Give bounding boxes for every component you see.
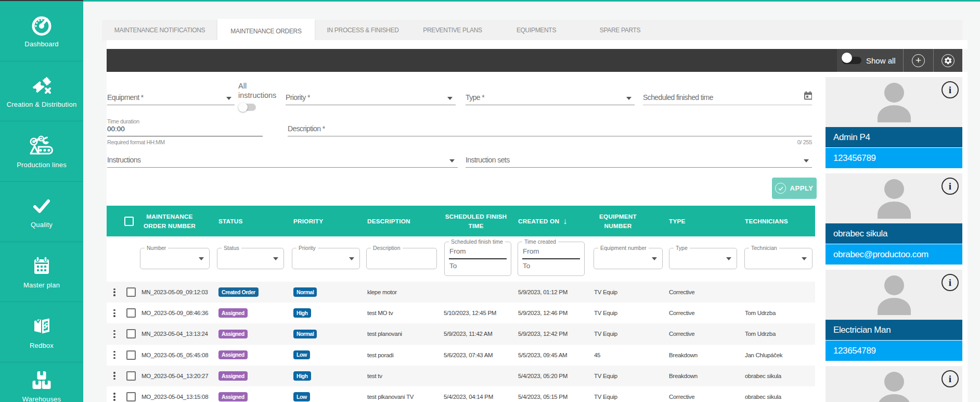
sidebar-item-redbox[interactable]: Redbox xyxy=(0,302,83,362)
number-filter[interactable]: Number xyxy=(140,248,210,269)
all-instructions-label: All instructions xyxy=(238,81,280,100)
cell-scheduled-finish-time: 5/4/2023, 04:14 PM xyxy=(444,386,517,402)
row-checkbox[interactable] xyxy=(126,392,136,401)
instructions-select[interactable]: Instructions xyxy=(107,151,458,168)
equipment-select[interactable]: Equipment * xyxy=(107,89,235,105)
technician-name-text: Admin P4 xyxy=(833,132,870,143)
show-all-label: Show all xyxy=(866,49,896,72)
to-input[interactable]: To xyxy=(523,262,530,270)
column-header-status[interactable]: STATUS xyxy=(218,206,292,236)
sidebar-item-creation-distribution[interactable]: Creation & Distribution xyxy=(0,61,83,122)
type-filter[interactable]: Type xyxy=(669,248,737,269)
tab-spare-parts[interactable]: SPARE PARTS xyxy=(578,20,662,41)
settings-button[interactable] xyxy=(942,54,955,67)
sidebar-item-dashboard[interactable]: Dashboard xyxy=(0,1,83,61)
equipment-number-filter[interactable]: Equipment number xyxy=(594,248,663,269)
tab-strip: MAINTENANCE NOTIFICATIONS MAINTENANCE OR… xyxy=(102,20,962,41)
row-checkbox[interactable] xyxy=(126,329,136,338)
column-header-equipment-number[interactable]: EQUIPMENT NUMBER xyxy=(594,206,668,236)
time-duration-input[interactable]: 00:00 xyxy=(107,120,263,136)
info-button[interactable]: i xyxy=(942,178,959,195)
table-header: MAINTENANCE ORDER NUMBERSTATUSPRIORITYDE… xyxy=(107,206,815,236)
calendar-icon[interactable] xyxy=(804,91,812,100)
priority-filter[interactable]: Priority xyxy=(292,248,360,269)
filter-label: Technician xyxy=(749,245,779,251)
cell-equipment-number: TV Equip xyxy=(594,303,668,323)
column-header-label: SCHEDULED FINISH TIME xyxy=(444,212,508,231)
scheduled-finish-time-filter[interactable]: Scheduled finish time From To xyxy=(444,242,511,276)
row-menu-button[interactable] xyxy=(109,366,120,386)
sidebar-item-icon xyxy=(30,255,53,278)
cell-priority: Normal xyxy=(293,323,366,344)
technician-contact: 123654789 xyxy=(826,341,962,361)
sidebar-item-quality[interactable]: Quality xyxy=(0,182,83,242)
cell-scheduled-finish-time: 5/10/2023, 12:45 PM xyxy=(444,303,517,323)
tab-maintenance-notifications[interactable]: MAINTENANCE NOTIFICATIONS xyxy=(102,20,217,41)
sidebar-item-warehouses[interactable]: Warehouses xyxy=(0,362,83,402)
cell-scheduled-finish-time xyxy=(444,366,517,386)
from-input[interactable]: From xyxy=(523,247,539,255)
info-button[interactable]: i xyxy=(942,81,959,98)
technician-contact: obrabec@productoo.com xyxy=(826,244,962,265)
cell-status: Created Order xyxy=(218,282,292,303)
row-menu-button[interactable] xyxy=(109,323,120,344)
status-badge: Assigned xyxy=(218,392,248,401)
avatar xyxy=(873,178,915,220)
tab-preventive-plans[interactable]: PREVENTIVE PLANS xyxy=(411,20,494,41)
chevron-down-icon xyxy=(726,257,731,260)
row-checkbox[interactable] xyxy=(126,350,136,360)
row-menu-button[interactable] xyxy=(109,345,120,366)
scheduled-finished-time-label: Scheduled finished time xyxy=(643,93,713,102)
all-instructions-toggle[interactable] xyxy=(238,103,257,112)
column-header-type[interactable]: TYPE xyxy=(669,206,744,236)
column-header-maintenance-order-number[interactable]: MAINTENANCE ORDER NUMBER xyxy=(141,206,217,236)
show-all-toggle[interactable] xyxy=(837,49,868,72)
creation-distribution-icon xyxy=(30,74,54,97)
column-header-label: DESCRIPTION xyxy=(367,217,410,226)
priority-badge: Low xyxy=(293,392,310,401)
row-menu-button[interactable] xyxy=(109,303,120,323)
type-select[interactable]: Type * xyxy=(466,89,635,105)
cell-description: klepe motor xyxy=(367,282,443,303)
info-button[interactable]: i xyxy=(942,274,959,291)
time-created-filter[interactable]: Time created From To xyxy=(518,242,585,276)
add-button[interactable]: + xyxy=(912,54,925,67)
select-all-checkbox[interactable] xyxy=(124,217,134,226)
row-checkbox[interactable] xyxy=(126,308,136,318)
sidebar-item-production-lines[interactable]: Production lines xyxy=(0,121,83,182)
cell-type: Corrective xyxy=(669,282,744,303)
cell-description: test plkanovani TV xyxy=(367,386,443,402)
column-header-created-on[interactable]: CREATED ON↓ xyxy=(518,206,593,236)
scheduled-finished-time-field[interactable]: Scheduled finished time xyxy=(643,89,812,105)
description-filter[interactable]: Description xyxy=(366,248,437,269)
tab-in-process-finished[interactable]: IN PROCESS & FINISHED xyxy=(315,20,411,41)
tab-label: SPARE PARTS xyxy=(600,27,641,34)
column-header-scheduled-finish-time[interactable]: SCHEDULED FINISH TIME xyxy=(444,206,517,236)
to-input[interactable]: To xyxy=(449,262,457,270)
status-filter[interactable]: Status xyxy=(217,248,284,269)
cell-type: Breakdown xyxy=(669,366,744,386)
from-input[interactable]: From xyxy=(449,247,466,255)
tab-equipments[interactable]: EQUIPMENTS xyxy=(494,20,578,41)
sidebar-item-master-plan[interactable]: Master plan xyxy=(0,242,83,303)
row-menu-button[interactable] xyxy=(109,282,120,303)
row-menu-button[interactable] xyxy=(109,386,120,402)
chevron-down-icon xyxy=(449,159,455,162)
description-input[interactable]: Description * xyxy=(288,120,812,136)
avatar-area: i xyxy=(826,173,962,223)
cell-order-number: MN_2023-05-09_09:12:03 xyxy=(141,282,217,303)
row-checkbox[interactable] xyxy=(126,287,136,297)
instruction-sets-select[interactable]: Instruction sets xyxy=(466,151,812,168)
priority-label: Priority * xyxy=(286,93,310,102)
priority-select[interactable]: Priority * xyxy=(286,89,456,105)
apply-button[interactable]: APPLY xyxy=(772,178,817,199)
column-header-priority[interactable]: PRIORITY xyxy=(293,206,366,236)
row-checkbox[interactable] xyxy=(126,371,136,381)
column-header-description[interactable]: DESCRIPTION xyxy=(367,206,443,236)
info-button[interactable]: i xyxy=(942,370,959,387)
column-header-technicians[interactable]: TECHNICIANS xyxy=(745,206,814,236)
tab-label: PREVENTIVE PLANS xyxy=(423,27,482,34)
info-icon: i xyxy=(949,84,951,96)
cell-technicians: Tom Udrzba xyxy=(745,303,815,323)
technician-filter[interactable]: Technician xyxy=(744,248,813,269)
